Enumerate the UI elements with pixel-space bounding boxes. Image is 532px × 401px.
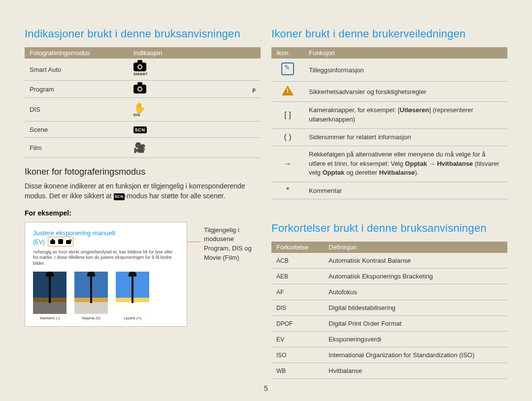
callout-line [187,242,201,242]
table-row: DPOFDigital Print Order Format [271,316,507,332]
camera-p-chip-icon [50,240,55,244]
abbr-cell: ISO [271,347,324,363]
mode-label: Program [25,81,129,98]
thumb-label: Nøytral (0) [74,316,108,320]
def-cell: Digital Print Order Format [324,316,507,332]
def-cell: Automatisk Kontrast Balanse [324,253,507,269]
example-thumb: Nøytral (0) [74,272,108,320]
scn-inline-icon: SCN [114,193,125,200]
mode-label: Scene [25,122,129,138]
info-square-icon [281,62,294,75]
example-ev: (EV) [33,239,45,246]
icon-sublabel: SMART [133,72,256,76]
abbr-cell: DPOF [271,316,324,332]
abbr-cell: AF [271,284,324,300]
table-row: [ ] Kameraknapper, for eksempel: [Utløse… [271,102,507,129]
thumb-image-dark [33,272,66,314]
callout-text: Tilgjengelig i modusene Program, DIS og … [201,222,261,263]
modes-th-mode: Fotograferingsmodus [25,47,129,59]
subheading-mode-icons: Ikoner for fotograferingsmodus [25,167,261,177]
table-row: Tilleggsinformasjon [271,59,507,82]
mode-label: Smart Auto [25,59,129,81]
abbr-cell: EV [271,332,324,347]
icon-sublabel: P [147,88,256,93]
abbr-cell: ACB [271,253,324,269]
film-chip-icon [66,240,71,244]
table-row: DISDigital bildestabilisering [271,300,507,316]
table-row: AFAutofokus [271,284,507,300]
scn-icon: SCN [133,126,147,133]
icons-th-icon: Ikon [271,47,304,59]
page-number: 5 [264,384,268,392]
example-title: Justere eksponering manuelt [33,229,179,237]
asterisk-icon: * [271,182,304,199]
hand-dis-icon: ✋ [133,102,146,113]
table-row: Scene SCN [25,122,261,138]
abbr-th-def: Definisjon [324,242,507,253]
table-row: WBHvitbalanse [271,363,507,379]
mode-icons-description: Disse ikonene indikerer at en funksjon e… [25,181,261,201]
mode-label: DIS [25,98,129,122]
parentheses-icon: ( ) [271,128,304,146]
heading-indications: Indikasjoner brukt i denne bruksanvisnin… [25,28,261,40]
abbreviations-table: Forkortelse Definisjon ACBAutomatisk Kon… [271,242,507,379]
def-cell: Digital bildestabilisering [324,300,507,316]
def-cell: Autofokus [324,284,507,300]
thumb-image-light [116,272,149,314]
abbr-cell: AEB [271,269,324,284]
def-cell: Hvitbalanse [324,363,507,379]
example-thumb: Lysere (+) [116,272,149,320]
thumb-image-normal [74,272,108,314]
warning-triangle-icon [282,86,294,95]
icon-func: Tilleggsinformasjon [304,59,507,82]
def-cell: International Organization for Standardi… [324,347,507,363]
heading-abbreviations: Forkortelser brukt i denne bruksanvisnin… [271,222,507,235]
square-brackets-icon: [ ] [271,102,304,129]
table-row: ACBAutomatisk Kontrast Balanse [271,253,507,269]
icons-table: Ikon Funksjon Tilleggsinformasjon Sikker… [271,47,507,199]
modes-table: Fotograferingsmodus Indikasjon Smart Aut… [25,47,261,158]
table-row: Program P [25,81,261,98]
camera-smart-icon [133,62,146,71]
table-row: AEBAutomatisk Eksponerings Bracketing [271,269,507,284]
example-description: Avhengig av hvor sterkt omgivelseslyset … [33,249,179,267]
example-box: Justere eksponering manuelt (EV) Avhengi… [25,222,187,327]
example-label: For eksempel: [25,209,261,217]
def-cell: Automatisk Eksponerings Bracketing [324,269,507,284]
icon-func: Sidenummer for relatert informasjon [304,128,507,146]
table-row: EVEksponeringsverdi [271,332,507,347]
mode-label: Film [25,138,129,158]
abbr-cell: WB [271,363,324,379]
example-mode-chips [48,237,73,247]
def-cell: Eksponeringsverdi [324,332,507,347]
icon-func: Rekkefølgen på alternativene eller menye… [304,146,507,182]
table-row: Sikkerhetsadvarsler og forsiktighetsregl… [271,82,507,102]
table-row: ( ) Sidenummer for relatert informasjon [271,128,507,146]
table-row: Film 🎥 [25,138,261,158]
table-row: DIS ✋DIS [25,98,261,122]
icon-func: Sikkerhetsadvarsler og forsiktighetsregl… [304,82,507,102]
abbr-th-abbr: Forkortelse [271,242,324,253]
icon-sublabel: DIS [133,113,256,117]
table-row: * Kommentar [271,182,507,199]
heading-icons: Ikoner brukt i denne brukerveiledningen [271,28,507,40]
icons-th-func: Funksjon [304,47,507,59]
example-thumb: Mørkere (-) [33,272,66,320]
table-row: ISOInternational Organization for Standa… [271,347,507,363]
icon-func: Kommentar [304,182,507,199]
table-row: Smart Auto SMART [25,59,261,81]
thumb-label: Mørkere (-) [33,316,66,320]
abbr-cell: DIS [271,300,324,316]
arrow-right-icon: → [271,146,304,182]
icon-func: Kameraknapper, for eksempel: [Utløseren]… [304,102,507,129]
hand-dis-chip-icon [58,239,63,244]
table-row: → Rekkefølgen på alternativene eller men… [271,146,507,182]
thumb-label: Lysere (+) [116,316,149,320]
camera-p-icon [133,85,146,93]
film-icon: 🎥 [133,142,146,153]
modes-th-indication: Indikasjon [129,47,261,59]
